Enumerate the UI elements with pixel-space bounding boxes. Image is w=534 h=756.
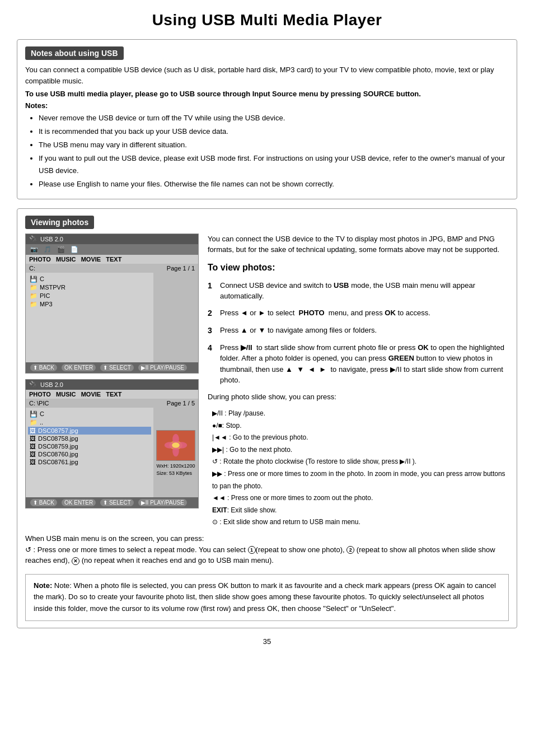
- icon-repeat-all: 2: [346, 546, 354, 554]
- item-c-label: C: [40, 276, 44, 282]
- list-item-mp3[interactable]: 📁 MP3: [28, 300, 151, 309]
- during-4: ▶▶| : Go to the next photo.: [208, 444, 509, 456]
- page-title: Using USB Multi Media Player: [17, 11, 517, 29]
- usb-thumb-2: WxH: 1920x1200 Size: 53 KBytes: [153, 408, 198, 497]
- bullet-5: Please use English to name your files. O…: [39, 178, 509, 190]
- notes-label: Notes:: [25, 101, 509, 110]
- viewing-section: Viewing photos 🔌 USB 2.0 📷 🎵 🎬 📄 PHOTO M…: [17, 208, 517, 628]
- select-btn-1[interactable]: ⬆ SELECT: [100, 364, 134, 371]
- usb-icon-1: 🔌: [29, 235, 38, 243]
- when-usb-detail: ↺ : Press one or more times to select a …: [25, 544, 509, 566]
- ok-btn-1[interactable]: OK ENTER: [62, 364, 96, 371]
- thumb-size: Size: 53 KBytes: [156, 470, 195, 477]
- usb-header-1: 🔌 USB 2.0: [26, 234, 198, 244]
- menu-photo-icon: 📷: [30, 246, 38, 253]
- item-mp3-label: MP3: [40, 301, 53, 307]
- left-col: 🔌 USB 2.0 📷 🎵 🎬 📄 PHOTO MUSIC MOVIE TEXT…: [25, 234, 199, 529]
- notes-bold: To use USB multi media player, please go…: [25, 90, 509, 98]
- usb-footer-2: ⬆ BACK OK ENTER ⬆ SELECT ▶II PLAY/PAUSE: [26, 497, 198, 508]
- usb-path-1: C:: [29, 265, 35, 272]
- during-7: ◄◄ : Press one or more times to zoom out…: [208, 492, 509, 505]
- step-text-2: Press ◄ or ► to select PHOTO menu, and p…: [220, 307, 430, 319]
- menu-text-icon: 📄: [71, 246, 78, 253]
- usb-icon-2: 🔌: [29, 381, 38, 389]
- during-1: ▶/II : Play /pause.: [208, 408, 509, 420]
- step-text-1: Connect USB device and switch to USB mod…: [220, 280, 509, 302]
- during-8: EXIT: Exit slide show.: [208, 505, 509, 517]
- when-usb-section: When USB main menu is on the screen, you…: [25, 533, 509, 566]
- usb-pagenum-1: Page 1 / 1: [167, 265, 195, 272]
- item-pic-label: PIC: [40, 292, 50, 299]
- thumb-info: WxH: 1920x1200 Size: 53 KBytes: [154, 461, 197, 478]
- icon-repeat-one: 1: [248, 546, 256, 554]
- list2-item-dsc761[interactable]: 🖼 DSC08761.jpg: [28, 458, 151, 466]
- when-usb-label: When USB main menu is on the screen, you…: [25, 533, 509, 544]
- steps-list: 1 Connect USB device and switch to USB m…: [208, 280, 509, 386]
- during-2: ●/■: Stop.: [208, 420, 509, 432]
- note-bottom: Note: Note: When a photo file is selecte…: [25, 574, 509, 621]
- folder-icon-mp3: 📁: [30, 301, 38, 308]
- icon-no-repeat: ✕: [72, 557, 79, 565]
- select-btn-2[interactable]: ⬆ SELECT: [100, 499, 134, 506]
- menu-music-icon: 🎵: [44, 246, 51, 253]
- list-item-c: 💾 C: [28, 275, 151, 283]
- usb-path-bar-1: PHOTO MUSIC MOVIE TEXT: [26, 255, 198, 264]
- thumb-image: [156, 430, 195, 461]
- jpg-icon-757: 🖼: [30, 427, 36, 434]
- note-label: Note:: [34, 581, 54, 590]
- svg-point-6: [172, 443, 179, 449]
- step-num-3: 3: [208, 325, 216, 337]
- step-3: 3 Press ▲ or ▼ to navigate among files o…: [208, 325, 509, 337]
- notes-bullets: Never remove the USB device or turn off …: [25, 112, 509, 191]
- step-num-4: 4: [208, 342, 216, 386]
- usb-label-2: USB 2.0: [40, 381, 63, 388]
- list2-item-dsc760[interactable]: 🖼 DSC08760.jpg: [28, 450, 151, 458]
- usb-menu-bar-1: 📷 🎵 🎬 📄: [26, 244, 198, 255]
- list2-item-dsc757[interactable]: 🖼 DSC08757.jpg: [28, 427, 151, 435]
- during-list: ▶/II : Play /pause. ●/■: Stop. |◄◄ : Go …: [208, 408, 509, 529]
- thumb-wxh: WxH: 1920x1200: [156, 463, 195, 470]
- usb-body-2: 💾 C 📁 .. 🖼 DSC08757.jpg 🖼: [26, 408, 198, 497]
- usb-panel-2: 🔌 USB 2.0 PHOTO MUSIC MOVIE TEXT C: \PIC…: [25, 379, 199, 508]
- back-btn-2[interactable]: ⬆ BACK: [30, 499, 57, 506]
- list-item-mstpvr[interactable]: 📁 MSTPVR: [28, 283, 151, 292]
- step-num-2: 2: [208, 307, 216, 319]
- folder-icon-pic: 📁: [30, 292, 38, 300]
- playpause-btn-1[interactable]: ▶II PLAY/PAUSE: [138, 364, 187, 371]
- list2-item-dsc759[interactable]: 🖼 DSC08759.jpg: [28, 442, 151, 450]
- jpg-icon-760: 🖼: [30, 451, 36, 458]
- ok-btn-2[interactable]: OK ENTER: [62, 499, 96, 506]
- step-2: 2 Press ◄ or ► to select PHOTO menu, and…: [208, 307, 509, 319]
- jpg-icon-761: 🖼: [30, 459, 36, 465]
- during-3: |◄◄ : Go to the previous photo.: [208, 432, 509, 444]
- usb-body-1: 💾 C 📁 MSTPVR 📁 PIC 📁: [26, 273, 198, 362]
- usb-pagenum-2: Page 1 / 5: [167, 400, 195, 407]
- viewing-grid: 🔌 USB 2.0 📷 🎵 🎬 📄 PHOTO MUSIC MOVIE TEXT…: [25, 234, 509, 529]
- list2-item-dotdot[interactable]: 📁 ..: [28, 418, 151, 427]
- usb-menu-photo: PHOTO MUSIC MOVIE TEXT: [29, 256, 121, 263]
- list2-item-c: 💾 C: [28, 410, 151, 418]
- to-view-title: To view photos:: [208, 261, 509, 274]
- list-item-pic[interactable]: 📁 PIC: [28, 292, 151, 300]
- back-btn-1[interactable]: ⬆ BACK: [30, 364, 57, 371]
- usb-path-2: C: \PIC: [29, 400, 49, 407]
- folder-icon-dotdot: 📁: [30, 419, 38, 426]
- jpg-icon-759: 🖼: [30, 443, 36, 450]
- usb-panel-1: 🔌 USB 2.0 📷 🎵 🎬 📄 PHOTO MUSIC MOVIE TEXT…: [25, 234, 199, 374]
- drive-icon-2: 💾: [30, 410, 38, 418]
- during-press-label: During photo slide show, you can press:: [208, 391, 509, 403]
- list2-item-dsc758[interactable]: 🖼 DSC08758.jpg: [28, 435, 151, 442]
- usb-label-1: USB 2.0: [40, 236, 63, 242]
- usb-thumb-1: [153, 273, 198, 362]
- usb-list-2: 💾 C 📁 .. 🖼 DSC08757.jpg 🖼: [26, 408, 153, 497]
- bullet-4: If you want to pull out the USB device, …: [39, 152, 509, 177]
- playpause-btn-2[interactable]: ▶II PLAY/PAUSE: [138, 499, 187, 506]
- step-1: 1 Connect USB device and switch to USB m…: [208, 280, 509, 302]
- usb-footer-1: ⬆ BACK OK ENTER ⬆ SELECT ▶II PLAY/PAUSE: [26, 362, 198, 373]
- during-5: ↺ : Rotate the photo clockwise (To resto…: [208, 456, 509, 468]
- step-text-4: Press ▶/II to start slide show from curr…: [220, 342, 509, 386]
- menu-movie-icon: 🎬: [57, 246, 65, 253]
- notes-section: Notes about using USB You can connect a …: [17, 39, 517, 199]
- folder-icon-mstpvr: 📁: [30, 284, 38, 291]
- drive-icon: 💾: [30, 276, 38, 283]
